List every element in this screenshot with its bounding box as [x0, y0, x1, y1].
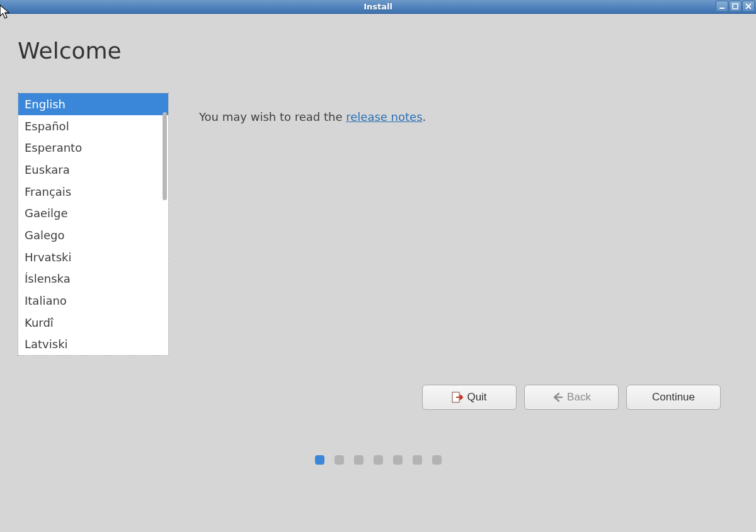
language-option[interactable]: Esperanto	[18, 137, 168, 159]
language-option[interactable]: Kurdî	[18, 312, 168, 334]
step-dot	[413, 455, 422, 465]
close-icon	[745, 3, 752, 10]
continue-label: Continue	[652, 391, 695, 404]
step-dot	[335, 455, 344, 465]
maximize-icon	[731, 3, 739, 10]
page-heading: Welcome	[18, 38, 738, 64]
window-title: Install	[364, 2, 392, 11]
minimize-button[interactable]	[716, 1, 728, 12]
page-content: Welcome EnglishEspañolEsperantoEuskaraFr…	[0, 14, 756, 465]
language-option[interactable]: Euskara	[18, 159, 168, 181]
info-prefix: You may wish to read the	[199, 110, 346, 123]
language-option[interactable]: Français	[18, 181, 168, 203]
back-button[interactable]: Back	[524, 385, 619, 410]
language-option[interactable]: Hrvatski	[18, 246, 168, 268]
main-row: EnglishEspañolEsperantoEuskaraFrançaisGa…	[18, 93, 738, 356]
language-option[interactable]: Gaeilge	[18, 202, 168, 224]
language-option[interactable]: Español	[18, 115, 168, 137]
language-option[interactable]: Galego	[18, 224, 168, 246]
step-dot	[354, 455, 364, 465]
back-arrow-icon	[552, 392, 563, 403]
info-suffix: .	[423, 110, 427, 123]
step-indicator	[18, 455, 738, 465]
continue-button[interactable]: Continue	[626, 385, 721, 410]
quit-label: Quit	[467, 391, 486, 404]
language-option[interactable]: English	[18, 93, 168, 115]
close-button[interactable]	[742, 1, 755, 12]
quit-button[interactable]: Quit	[422, 385, 517, 410]
step-dot	[315, 455, 324, 465]
minimize-icon	[718, 3, 726, 10]
language-list[interactable]: EnglishEspañolEsperantoEuskaraFrançaisGa…	[18, 93, 169, 356]
svg-rect-1	[733, 4, 738, 9]
scrollbar-thumb[interactable]	[163, 112, 167, 200]
svg-rect-0	[719, 8, 724, 9]
window-titlebar: Install	[0, 0, 756, 14]
language-option[interactable]: Italiano	[18, 290, 168, 312]
step-dot	[393, 455, 403, 465]
step-dot	[432, 455, 442, 465]
language-option[interactable]: Íslenska	[18, 268, 168, 290]
window-controls	[716, 1, 755, 12]
language-option[interactable]: Latviski	[18, 334, 168, 355]
release-notes-link[interactable]: release notes	[346, 110, 422, 123]
release-notes-text: You may wish to read the release notes.	[199, 110, 426, 123]
step-dot	[374, 455, 383, 465]
svg-point-3	[460, 396, 463, 399]
quit-icon	[452, 392, 463, 403]
maximize-button[interactable]	[729, 1, 742, 12]
button-row: Quit Back Continue	[18, 385, 738, 410]
back-label: Back	[567, 391, 591, 404]
